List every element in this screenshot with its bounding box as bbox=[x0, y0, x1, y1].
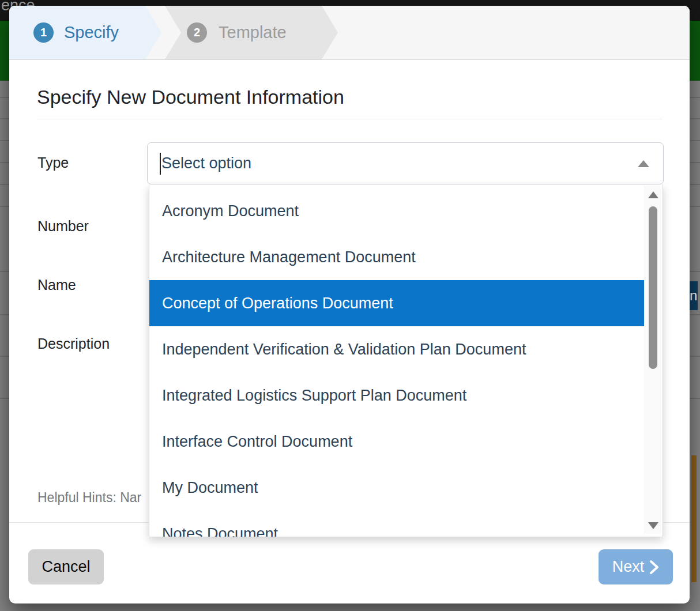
dropdown-option[interactable]: Architecture Management Document bbox=[149, 234, 644, 280]
type-select-value: Select option bbox=[161, 143, 251, 184]
wizard-bar-filler bbox=[341, 6, 690, 60]
type-label: Type bbox=[37, 154, 69, 171]
screen: ence nc 1 Specify 2 Template bbox=[0, 0, 700, 611]
dropdown-option-selected[interactable]: Concept of Operations Document bbox=[149, 280, 644, 326]
dropdown-option[interactable]: Interface Control Document bbox=[149, 418, 644, 465]
scrollbar-thumb[interactable] bbox=[649, 206, 657, 369]
dialog-title: Specify New Document Information bbox=[37, 86, 344, 108]
next-button[interactable]: Next bbox=[599, 549, 673, 584]
dropdown-options: Acronym Document Architecture Management… bbox=[149, 188, 644, 537]
scroll-down-icon[interactable] bbox=[648, 522, 658, 529]
step-1-label: Specify bbox=[64, 6, 119, 59]
cancel-button[interactable]: Cancel bbox=[28, 549, 104, 584]
title-divider bbox=[37, 119, 662, 119]
dropdown-option[interactable]: Acronym Document bbox=[149, 188, 644, 234]
next-button-label: Next bbox=[612, 558, 645, 576]
dropdown-option[interactable]: My Document bbox=[149, 465, 644, 511]
scroll-up-icon[interactable] bbox=[648, 191, 658, 198]
new-document-modal: 1 Specify 2 Template Specify New Documen… bbox=[9, 6, 690, 604]
step-2-badge: 2 bbox=[187, 22, 207, 43]
name-label: Name bbox=[37, 277, 76, 293]
step-2-label: Template bbox=[219, 6, 287, 59]
dropdown-scrollbar[interactable] bbox=[645, 186, 661, 534]
text-caret bbox=[160, 153, 161, 175]
background-brown-bar bbox=[691, 455, 697, 582]
chevron-up-icon[interactable] bbox=[638, 160, 649, 167]
type-dropdown-list: Acronym Document Architecture Management… bbox=[149, 184, 663, 537]
wizard-step-template[interactable]: 2 Template bbox=[165, 6, 338, 59]
navy-fragment-text: nc bbox=[690, 288, 698, 303]
step-1-badge: 1 bbox=[33, 22, 54, 43]
description-label: Description bbox=[37, 335, 110, 352]
type-select[interactable]: Select option bbox=[147, 142, 664, 184]
wizard-steps: 1 Specify 2 Template bbox=[9, 6, 690, 60]
dropdown-option[interactable]: Notes Document bbox=[149, 511, 644, 537]
dropdown-option[interactable]: Integrated Logistics Support Plan Docume… bbox=[149, 372, 644, 418]
dropdown-option[interactable]: Independent Verification & Validation Pl… bbox=[149, 326, 644, 372]
wizard-step-specify[interactable]: 1 Specify bbox=[9, 6, 161, 59]
chevron-right-icon bbox=[649, 560, 659, 575]
helpful-hints: Helpful Hints: Nar bbox=[37, 490, 141, 506]
number-label: Number bbox=[37, 218, 89, 235]
background-navy-button-fragment: nc bbox=[690, 281, 698, 310]
